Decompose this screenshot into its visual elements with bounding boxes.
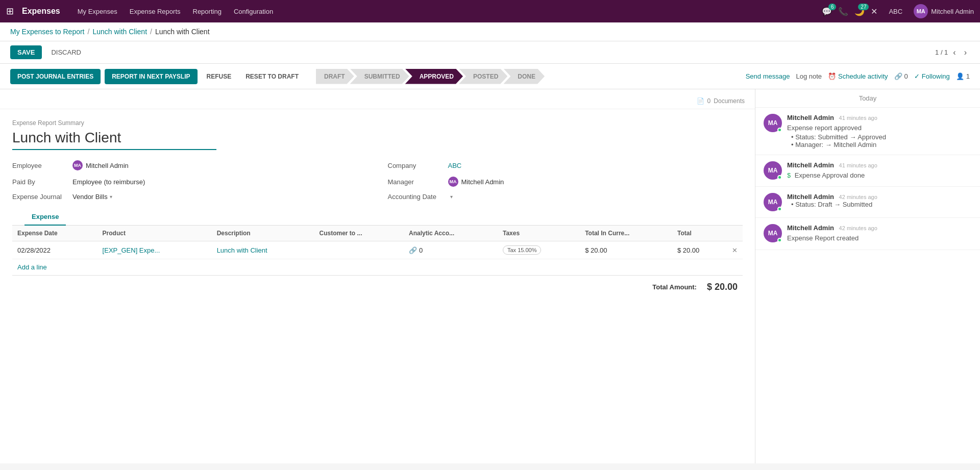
cell-customer [314, 241, 404, 259]
chatter-text-1: Expense report approved [787, 123, 972, 133]
breadcrumb-part1[interactable]: My Expenses to Report [10, 28, 85, 36]
documents-area[interactable]: 📄 0 Documents [697, 97, 745, 105]
cell-description: Lunch with Client [212, 241, 314, 259]
person-icon: 👤 [956, 72, 964, 80]
chatter-bullet-3-0: • Status: Draft → Submitted [787, 201, 972, 208]
topnav-icons: 💬 6 📞 🌙 27 ✕ ABC MA Mitchell Admin [822, 4, 974, 18]
chatter-author-3: Mitchell Admin [787, 193, 834, 201]
followers-stat[interactable]: 👤 1 [956, 72, 970, 80]
cell-delete[interactable]: ✕ [727, 241, 743, 259]
chatter-text-4: Expense Report created [787, 233, 972, 243]
refuse-button[interactable]: REFUSE [202, 69, 237, 84]
menu-expense-reports[interactable]: Expense Reports [125, 5, 186, 18]
next-page-button[interactable]: › [961, 47, 970, 58]
save-button[interactable]: SAVE [10, 45, 42, 59]
chatter-entry-1: MA Mitchell Admin 41 minutes ago Expense… [755, 108, 980, 155]
moon-badge: 27 [858, 4, 869, 10]
chatter-today: Today [755, 89, 980, 108]
notifications-icon[interactable]: 💬 6 [822, 7, 832, 16]
document-icon: 📄 [697, 97, 704, 105]
col-taxes: Taxes [498, 226, 580, 241]
main-layout: 📄 0 Documents Expense Report Summary Lun… [0, 89, 980, 463]
col-customer: Customer to ... [314, 226, 404, 241]
report-next-payslip-button[interactable]: REPORT IN NEXT PAYSLIP [105, 69, 197, 84]
clock-icon: ⏰ [828, 72, 836, 80]
reset-to-draft-button[interactable]: RESET TO DRAFT [240, 69, 304, 84]
schedule-activity-button[interactable]: ⏰ Schedule activity [828, 72, 888, 80]
accounting-date-select[interactable]: ▾ [448, 194, 453, 200]
employee-field: Employee MA Mitchell Admin [12, 160, 368, 170]
tabs-bar: Expense [12, 209, 743, 226]
following-button[interactable]: ✓ Following [914, 72, 950, 80]
menu-reporting[interactable]: Reporting [188, 5, 227, 18]
col-date: Expense Date [12, 226, 97, 241]
paid-by-value[interactable]: Employee (to reimburse) [72, 178, 145, 186]
send-message-button[interactable]: Send message [746, 72, 790, 80]
expense-table: Expense Date Product Description Custome… [12, 226, 743, 259]
app-grid-icon[interactable]: ⊞ [6, 6, 14, 17]
accounting-date-arrow: ▾ [450, 194, 453, 200]
status-approved[interactable]: APPROVED [405, 69, 463, 84]
employee-value[interactable]: MA Mitchell Admin [72, 160, 129, 170]
close-icon[interactable]: ✕ [871, 7, 877, 16]
cell-total-currency: $ 20.00 [580, 241, 672, 259]
chatter-content-2: Mitchell Admin 41 minutes ago $ Expense … [787, 161, 972, 181]
col-analytic: Analytic Acco... [404, 226, 498, 241]
status-pipeline: DRAFT SUBMITTED APPROVED POSTED DONE [316, 69, 545, 84]
cell-analytic: 🔗 0 [404, 241, 498, 259]
phone-icon[interactable]: 📞 [838, 7, 848, 16]
manager-value[interactable]: MA Mitchell Admin [448, 177, 504, 187]
chatter-entry-4: MA Mitchell Admin 42 minutes ago Expense… [755, 218, 980, 250]
chatter-avatar-1: MA [764, 114, 782, 132]
post-journal-entries-button[interactable]: POST JOURNAL ENTRIES [10, 69, 101, 84]
cell-date: 02/28/2022 [12, 241, 97, 259]
app-name[interactable]: Expenses [22, 7, 60, 16]
expense-journal-field: Expense Journal Vendor Bills ▾ [12, 193, 368, 201]
breadcrumb-sep1: / [88, 28, 90, 36]
breadcrumb-part2[interactable]: Lunch with Client [92, 28, 147, 36]
expense-journal-select[interactable]: Vendor Bills ▾ [72, 193, 112, 201]
tax-badge[interactable]: Tax 15.00% [503, 245, 541, 255]
cell-total: $ 20.00 [672, 241, 727, 259]
log-note-button[interactable]: Log note [796, 72, 822, 80]
chatter-avatar-2: MA [764, 161, 782, 180]
total-amount: $ 20.00 [707, 282, 738, 292]
attachments-stat[interactable]: 🔗 0 [894, 72, 908, 80]
manager-avatar: MA [448, 177, 458, 187]
discard-button[interactable]: DISCARD [46, 45, 86, 59]
col-total: Total [672, 226, 727, 241]
form-title[interactable]: Lunch with Client [12, 130, 216, 150]
status-posted[interactable]: POSTED [459, 69, 507, 84]
table-row[interactable]: 02/28/2022 [EXP_GEN] Expe... Lunch with … [12, 241, 743, 259]
user-name: Mitchell Admin [931, 8, 974, 15]
chatter-text-2: $ Expense Approval done [787, 170, 972, 181]
status-submitted[interactable]: SUBMITTED [350, 69, 409, 84]
chatter-content-4: Mitchell Admin 42 minutes ago Expense Re… [787, 224, 972, 243]
chatter-author-1: Mitchell Admin [787, 114, 834, 121]
chatter-avatar-4: MA [764, 224, 782, 242]
employee-avatar: MA [72, 160, 83, 170]
chatter-entry-3: MA Mitchell Admin 42 minutes ago • Statu… [755, 187, 980, 218]
add-line-button[interactable]: Add a line [12, 259, 52, 275]
tab-expense[interactable]: Expense [24, 209, 66, 226]
link-icon: 🔗 [409, 246, 417, 254]
paperclip-icon: 🔗 [894, 72, 902, 80]
prev-page-button[interactable]: ‹ [950, 47, 959, 58]
user-menu[interactable]: MA Mitchell Admin [914, 4, 974, 18]
chatter-time-3: 42 minutes ago [839, 194, 877, 200]
form-body: Expense Report Summary Lunch with Client… [0, 109, 755, 309]
menu-configuration[interactable]: Configuration [229, 5, 278, 18]
menu-my-expenses[interactable]: My Expenses [72, 5, 122, 18]
status-done[interactable]: DONE [503, 69, 545, 84]
company-value[interactable]: ABC [448, 162, 462, 169]
moon-icon[interactable]: 🌙 27 [854, 7, 865, 16]
top-navigation: ⊞ Expenses My Expenses Expense Reports R… [0, 0, 980, 22]
company-name: ABC [884, 5, 908, 18]
status-draft[interactable]: DRAFT [316, 69, 354, 84]
breadcrumb: My Expenses to Report / Lunch with Clien… [0, 22, 980, 41]
form-area: 📄 0 Documents Expense Report Summary Lun… [0, 89, 755, 463]
chatter-time-1: 41 minutes ago [839, 115, 877, 121]
doc-header: 📄 0 Documents [0, 89, 755, 109]
cell-product: [EXP_GEN] Expe... [97, 241, 212, 259]
col-product: Product [97, 226, 212, 241]
